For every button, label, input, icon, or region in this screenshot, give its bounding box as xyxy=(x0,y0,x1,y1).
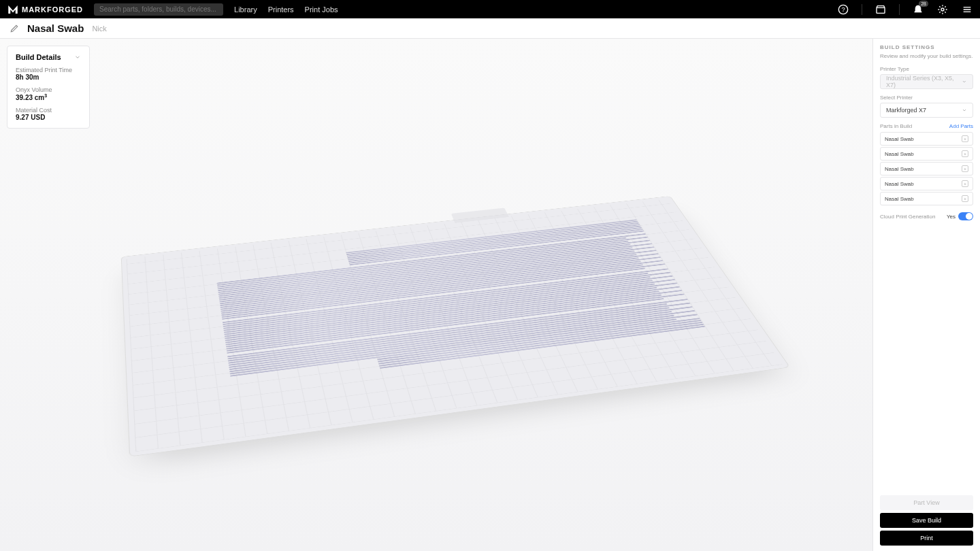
chevron-down-icon xyxy=(962,79,967,84)
part-item[interactable]: Nasal Swab× xyxy=(880,132,973,146)
brand-logo[interactable]: MARKFORGED xyxy=(7,3,83,16)
edit-name-icon[interactable] xyxy=(10,24,19,33)
parts-header: Parts in Build Add Parts xyxy=(880,123,973,129)
menu-icon[interactable] xyxy=(961,3,973,16)
cloud-print-row: Cloud Print Generation Yes xyxy=(880,212,973,220)
part-item[interactable]: Nasal Swab× xyxy=(880,162,973,176)
nav-icons: ? 28 xyxy=(837,3,973,16)
parts-in-build-label: Parts in Build xyxy=(880,123,912,129)
build-details-header[interactable]: Build Details xyxy=(16,53,81,61)
chevron-down-icon xyxy=(74,54,81,61)
remove-part-icon[interactable]: × xyxy=(962,165,968,172)
chevron-down-icon xyxy=(962,107,967,113)
add-parts-link[interactable]: Add Parts xyxy=(949,123,973,129)
select-printer-dropdown[interactable]: Markforged X7 xyxy=(880,103,973,118)
nav-links: Library Printers Print Jobs xyxy=(234,5,338,14)
settings-icon[interactable] xyxy=(936,3,949,16)
remove-part-icon[interactable]: × xyxy=(962,180,968,187)
remove-part-icon[interactable]: × xyxy=(962,135,968,142)
author-name: Nick xyxy=(92,24,106,33)
build-name: Nasal Swab xyxy=(27,22,84,34)
save-build-button[interactable]: Save Build xyxy=(880,513,973,528)
cloud-print-toggle[interactable] xyxy=(958,212,973,220)
settings-panel: BUILD SETTINGS Review and modify your bu… xyxy=(872,39,980,551)
part-item[interactable]: Nasal Swab× xyxy=(880,147,973,161)
svg-point-3 xyxy=(941,8,944,11)
detail-cost: Material Cost 9.27 USD xyxy=(16,107,81,121)
nav-link-printers[interactable]: Printers xyxy=(268,5,294,14)
brand-text: MARKFORGED xyxy=(22,5,83,14)
remove-part-icon[interactable]: × xyxy=(962,150,968,157)
select-printer-label: Select Printer xyxy=(880,95,973,101)
cloud-print-label: Cloud Print Generation xyxy=(880,214,935,220)
build-details-title: Build Details xyxy=(16,53,61,61)
search-container xyxy=(94,3,223,16)
search-input[interactable] xyxy=(94,3,223,16)
remove-part-icon[interactable]: × xyxy=(962,195,968,202)
build-viewport[interactable] xyxy=(0,39,872,551)
part-item[interactable]: Nasal Swab× xyxy=(880,192,973,205)
help-icon[interactable]: ? xyxy=(837,3,849,16)
svg-text:?: ? xyxy=(841,6,845,13)
printer-type-label: Printer Type xyxy=(880,66,973,72)
nav-link-print-jobs[interactable]: Print Jobs xyxy=(305,5,338,14)
part-item[interactable]: Nasal Swab× xyxy=(880,177,973,190)
nav-link-library[interactable]: Library xyxy=(234,5,257,14)
detail-volume: Onyx Volume 39.23 cm3 xyxy=(16,86,81,101)
cloud-print-value: Yes xyxy=(947,214,956,220)
build-details-card: Build Details Estimated Print Time 8h 30… xyxy=(7,46,90,129)
build-plate xyxy=(121,196,790,457)
part-view-button: Part View xyxy=(880,495,973,510)
print-button[interactable]: Print xyxy=(880,531,973,546)
notification-badge: 28 xyxy=(919,1,928,7)
main-area: Build Details Estimated Print Time 8h 30… xyxy=(0,39,980,551)
notifications-icon[interactable]: 28 xyxy=(912,3,924,16)
detail-print-time: Estimated Print Time 8h 30m xyxy=(16,67,81,81)
printer-type-dropdown: Industrial Series (X3, X5, X7) xyxy=(880,74,973,89)
svg-rect-2 xyxy=(877,7,885,13)
settings-subtitle: Review and modify your build settings. xyxy=(880,53,973,59)
top-nav: MARKFORGED Library Printers Print Jobs ?… xyxy=(0,0,980,18)
logo-icon xyxy=(7,3,19,16)
title-bar: Nasal Swab Nick xyxy=(0,18,980,39)
shop-icon[interactable] xyxy=(875,3,887,16)
settings-title: BUILD SETTINGS xyxy=(880,44,973,50)
